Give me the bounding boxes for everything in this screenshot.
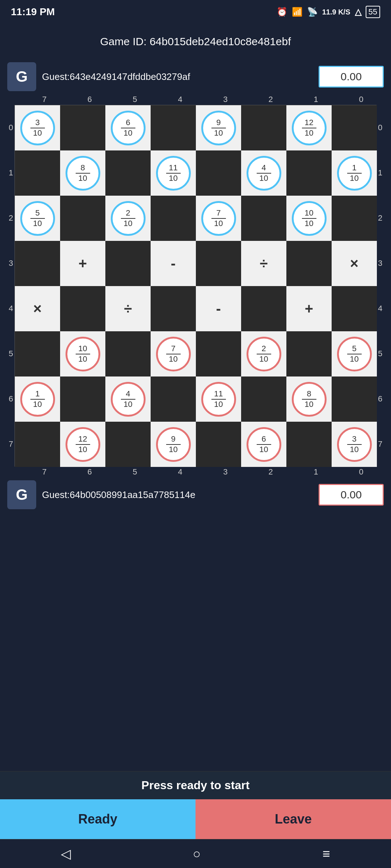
piece-red-8-10[interactable]: 8 10 <box>292 382 327 417</box>
piece-blue-6-10[interactable]: 6 10 <box>111 111 146 145</box>
piece-blue-2-10[interactable]: 2 10 <box>111 201 146 236</box>
piece-blue-5-10[interactable]: 5 10 <box>20 201 55 236</box>
cell-1-4[interactable]: 11 10 <box>151 150 196 196</box>
cell-4-7[interactable]: × <box>15 286 60 331</box>
back-icon[interactable]: ◁ <box>61 846 71 861</box>
cell-7-6[interactable]: 12 10 <box>60 422 105 467</box>
cell-5-5[interactable] <box>105 331 151 376</box>
cell-1-2[interactable]: 4 10 <box>241 150 286 196</box>
alarm-icon: ⏰ <box>277 7 287 17</box>
cell-4-0[interactable] <box>332 286 377 331</box>
cell-7-5[interactable] <box>105 422 151 467</box>
cell-6-2[interactable] <box>241 376 286 422</box>
cell-0-6[interactable] <box>60 105 105 150</box>
piece-blue-10-10[interactable]: 10 10 <box>292 201 327 236</box>
home-icon[interactable]: ○ <box>193 846 201 861</box>
cell-1-1[interactable] <box>286 150 332 196</box>
cell-6-3[interactable]: 11 10 <box>196 376 241 422</box>
cell-6-7[interactable]: 1 10 <box>15 376 60 422</box>
cell-4-6[interactable] <box>60 286 105 331</box>
piece-blue-12-10[interactable]: 12 10 <box>292 111 327 145</box>
cell-3-6[interactable]: + <box>60 241 105 286</box>
cell-2-7[interactable]: 5 10 <box>15 196 60 241</box>
piece-red-4-10[interactable]: 4 10 <box>111 382 146 417</box>
piece-red-5-10[interactable]: 5 10 <box>337 337 372 371</box>
menu-icon[interactable]: ≡ <box>323 846 330 861</box>
cell-0-2[interactable] <box>241 105 286 150</box>
cell-0-5[interactable]: 6 10 <box>105 105 151 150</box>
cell-0-7[interactable]: 3 10 <box>15 105 60 150</box>
cell-7-3[interactable] <box>196 422 241 467</box>
cell-3-4[interactable]: - <box>151 241 196 286</box>
cell-2-6[interactable] <box>60 196 105 241</box>
player2-score: 0.00 <box>319 484 384 506</box>
cell-5-6[interactable]: 10 10 <box>60 331 105 376</box>
cell-2-1[interactable]: 10 10 <box>286 196 332 241</box>
operator-mul-r4: × <box>33 301 42 317</box>
cell-1-0[interactable]: 1 10 <box>332 150 377 196</box>
cell-7-2[interactable]: 6 10 <box>241 422 286 467</box>
piece-blue-8-10[interactable]: 8 10 <box>66 156 100 191</box>
piece-red-10-10[interactable]: 10 10 <box>66 337 100 371</box>
cell-7-7[interactable] <box>15 422 60 467</box>
piece-blue-9-10[interactable]: 9 10 <box>201 111 236 145</box>
cell-3-5[interactable] <box>105 241 151 286</box>
cell-5-1[interactable] <box>286 331 332 376</box>
cell-5-3[interactable] <box>196 331 241 376</box>
piece-red-3-10[interactable]: 3 10 <box>337 427 372 462</box>
piece-red-11-10[interactable]: 11 10 <box>201 382 236 417</box>
piece-red-9-10[interactable]: 9 10 <box>156 427 191 462</box>
cell-4-2[interactable] <box>241 286 286 331</box>
piece-blue-11-10[interactable]: 11 10 <box>156 156 191 191</box>
cell-3-2[interactable]: ÷ <box>241 241 286 286</box>
cell-7-4[interactable]: 9 10 <box>151 422 196 467</box>
piece-red-6-10[interactable]: 6 10 <box>247 427 281 462</box>
cell-6-1[interactable]: 8 10 <box>286 376 332 422</box>
piece-red-1-10[interactable]: 1 10 <box>20 382 55 417</box>
cell-7-0[interactable]: 3 10 <box>332 422 377 467</box>
cell-4-5[interactable]: ÷ <box>105 286 151 331</box>
cell-0-3[interactable]: 9 10 <box>196 105 241 150</box>
cell-6-4[interactable] <box>151 376 196 422</box>
cell-3-3[interactable] <box>196 241 241 286</box>
ready-button[interactable]: Ready <box>0 799 196 839</box>
piece-red-12-10[interactable]: 12 10 <box>66 427 100 462</box>
cell-4-3[interactable]: - <box>196 286 241 331</box>
cell-4-1[interactable]: + <box>286 286 332 331</box>
leave-button[interactable]: Leave <box>196 799 391 839</box>
cell-7-1[interactable] <box>286 422 332 467</box>
nav-bar: ◁ ○ ≡ <box>0 839 391 868</box>
cell-2-5[interactable]: 2 10 <box>105 196 151 241</box>
cell-2-0[interactable] <box>332 196 377 241</box>
cell-5-4[interactable]: 7 10 <box>151 331 196 376</box>
piece-red-7-10[interactable]: 7 10 <box>156 337 191 371</box>
cell-0-4[interactable] <box>151 105 196 150</box>
piece-blue-1-10[interactable]: 1 10 <box>337 156 372 191</box>
game-board[interactable]: 3 10 6 10 9 <box>14 105 377 467</box>
cell-0-1[interactable]: 12 10 <box>286 105 332 150</box>
piece-blue-7-10-r2[interactable]: 7 10 <box>201 201 236 236</box>
cell-6-5[interactable]: 4 10 <box>105 376 151 422</box>
cell-0-0[interactable] <box>332 105 377 150</box>
cell-6-6[interactable] <box>60 376 105 422</box>
cell-5-0[interactable]: 5 10 <box>332 331 377 376</box>
cell-5-2[interactable]: 2 10 <box>241 331 286 376</box>
bottom-bar: Press ready to start Ready Leave ◁ ○ ≡ <box>0 771 391 868</box>
piece-blue-4-10[interactable]: 4 10 <box>247 156 281 191</box>
cell-1-7[interactable] <box>15 150 60 196</box>
cell-1-3[interactable] <box>196 150 241 196</box>
cell-1-6[interactable]: 8 10 <box>60 150 105 196</box>
cell-2-3[interactable]: 7 10 <box>196 196 241 241</box>
cell-6-0[interactable] <box>332 376 377 422</box>
cell-2-4[interactable] <box>151 196 196 241</box>
cell-3-0[interactable]: × <box>332 241 377 286</box>
cell-2-2[interactable] <box>241 196 286 241</box>
piece-blue-3-10[interactable]: 3 10 <box>20 111 55 145</box>
cell-3-7[interactable] <box>15 241 60 286</box>
cell-5-7[interactable] <box>15 331 60 376</box>
player2-info: G Guest:64b00508991aa15a7785114e 0.00 <box>7 480 384 509</box>
cell-1-5[interactable] <box>105 150 151 196</box>
piece-red-2-10[interactable]: 2 10 <box>247 337 281 371</box>
cell-3-1[interactable] <box>286 241 332 286</box>
cell-4-4[interactable] <box>151 286 196 331</box>
